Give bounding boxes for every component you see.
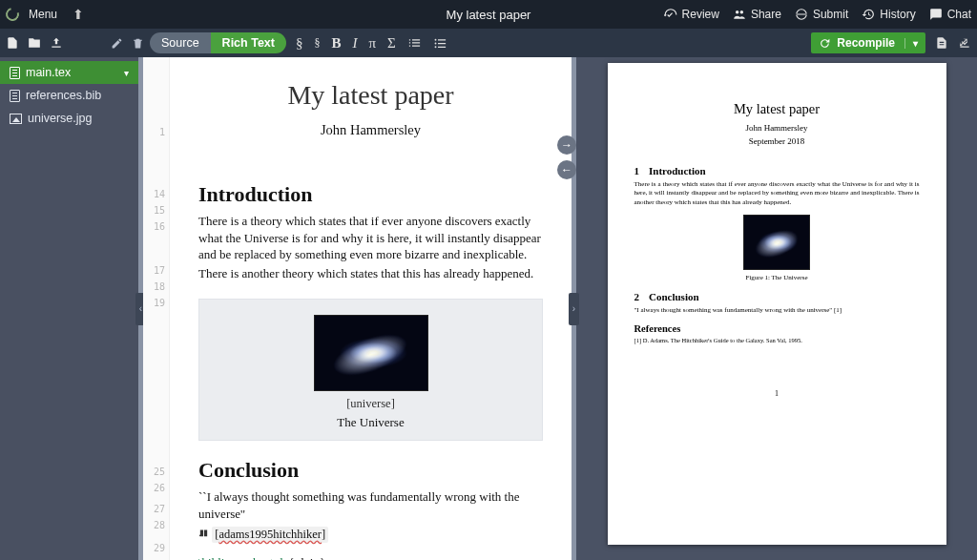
right-splitter[interactable]: › (572, 57, 576, 560)
recompile-dropdown-icon[interactable]: ▾ (904, 38, 918, 49)
pdf-page-number: 1 (634, 389, 920, 398)
heading-conclusion[interactable]: Conclusion (198, 458, 543, 483)
sync-to-pdf-button[interactable]: → (557, 135, 576, 155)
editor-content[interactable]: My latest paper John Hammersley Introduc… (170, 57, 572, 560)
doc-author[interactable]: John Hammersley (198, 122, 543, 138)
recompile-button[interactable]: Recompile ▾ (811, 32, 925, 53)
file-item-universe[interactable]: universe.jpg (0, 107, 138, 130)
sync-arrows: → ← (557, 135, 576, 185)
display-math-icon[interactable]: Σ (387, 35, 396, 52)
bullet-list-icon[interactable] (433, 36, 447, 51)
review-button[interactable]: Review (664, 8, 719, 21)
pdf-figure-image (743, 215, 810, 270)
logs-icon[interactable] (935, 36, 948, 50)
pdf-paragraph: There is a theory which states that if e… (634, 180, 920, 207)
bibstyle-line[interactable]: \bibliographystyle{plain} (198, 554, 543, 560)
paragraph[interactable]: There is another theory which states tha… (198, 265, 543, 282)
file-item-main[interactable]: main.tex ▾ (0, 61, 138, 84)
top-bar: Menu ⬆ My latest paper Review Share Subm… (0, 0, 977, 29)
menu-button[interactable]: Menu (29, 8, 57, 21)
pdf-paragraph: "I always thought something was fundamen… (634, 306, 920, 315)
pdf-section-conclusion: 2Conclusion (634, 291, 920, 302)
pdf-title: My latest paper (634, 101, 920, 117)
chevron-down-icon[interactable]: ▾ (124, 68, 129, 78)
source-mode-button[interactable]: Source (150, 32, 211, 53)
section-icon[interactable]: § (296, 35, 303, 52)
file-item-refs[interactable]: references.bib (0, 84, 138, 107)
sync-to-code-button[interactable]: ← (557, 160, 576, 179)
numbered-list-icon[interactable] (407, 36, 422, 51)
upload-icon[interactable] (50, 36, 63, 50)
pdf-figure: Figure 1: The Universe (634, 215, 920, 281)
rename-icon[interactable] (111, 37, 123, 50)
editor-mode-toggle: Source Rich Text (150, 32, 286, 53)
toolbar: Source Rich Text § § B I π Σ Recompile ▾ (0, 29, 977, 57)
file-icon (10, 90, 20, 102)
pdf-figure-caption: Figure 1: The Universe (634, 274, 920, 281)
pdf-references-heading: References (634, 323, 920, 334)
pdf-preview-pane[interactable]: My latest paper John Hammersley Septembe… (576, 57, 977, 560)
figure-block[interactable]: [universe] The Universe (198, 299, 543, 441)
chat-button[interactable]: Chat (929, 8, 971, 21)
app-logo-icon (3, 5, 21, 23)
menu-label: Menu (29, 8, 57, 21)
review-icon (664, 8, 677, 21)
formatting-toolbar: § § B I π Σ (296, 35, 447, 52)
pdf-page: My latest paper John Hammersley Septembe… (608, 63, 946, 545)
pdf-section-intro: 1Introduction (634, 165, 920, 176)
pdf-date: September 2018 (634, 136, 920, 146)
subsection-icon[interactable]: § (314, 36, 320, 51)
figure-image (314, 315, 428, 391)
citation-line[interactable]: [adams1995hitchhiker] (198, 526, 543, 543)
submit-icon (795, 8, 808, 21)
file-icon (10, 67, 20, 79)
up-button[interactable]: ⬆ (67, 7, 84, 22)
project-title: My latest paper (447, 8, 531, 22)
line-numbers: 1 14 15 16 17 18 19 25 26 27 28 29 30 (143, 57, 170, 560)
share-icon (733, 8, 746, 21)
svg-point-0 (434, 38, 436, 40)
editor-pane[interactable]: 1 14 15 16 17 18 19 25 26 27 28 29 30 My… (143, 57, 572, 560)
quote-text[interactable]: ``I always thought something was fundame… (198, 488, 543, 522)
share-button[interactable]: Share (733, 8, 781, 21)
new-file-icon[interactable] (6, 36, 19, 50)
doc-title[interactable]: My latest paper (198, 80, 543, 111)
svg-point-2 (434, 46, 436, 48)
pdf-author: John Hammersley (634, 123, 920, 133)
figure-caption[interactable]: The Universe (209, 415, 532, 430)
bold-icon[interactable]: B (331, 35, 341, 52)
svg-point-1 (434, 42, 436, 44)
italic-icon[interactable]: I (352, 35, 357, 52)
delete-icon[interactable] (132, 37, 144, 50)
submit-button[interactable]: Submit (795, 8, 848, 21)
splitter-handle-icon[interactable]: › (569, 293, 579, 325)
refresh-icon (819, 37, 831, 50)
figure-label[interactable]: [universe] (209, 397, 532, 411)
image-icon (10, 114, 22, 124)
history-button[interactable]: History (862, 8, 915, 21)
file-tree: main.tex ▾ references.bib universe.jpg (0, 57, 138, 560)
fullscreen-icon[interactable]: ⤢ (958, 34, 969, 50)
chat-icon (929, 8, 943, 21)
richtext-mode-button[interactable]: Rich Text (211, 32, 286, 53)
book-icon (198, 529, 209, 539)
pdf-reference-item: [1] D. Adams. The Hitchhiker's Guide to … (634, 337, 920, 343)
inline-math-icon[interactable]: π (368, 35, 376, 52)
main-area: main.tex ▾ references.bib universe.jpg ‹… (0, 57, 977, 560)
history-icon (862, 8, 875, 21)
paragraph[interactable]: There is a theory which states that if e… (198, 213, 543, 263)
new-folder-icon[interactable] (28, 36, 41, 50)
heading-introduction[interactable]: Introduction (198, 182, 543, 207)
